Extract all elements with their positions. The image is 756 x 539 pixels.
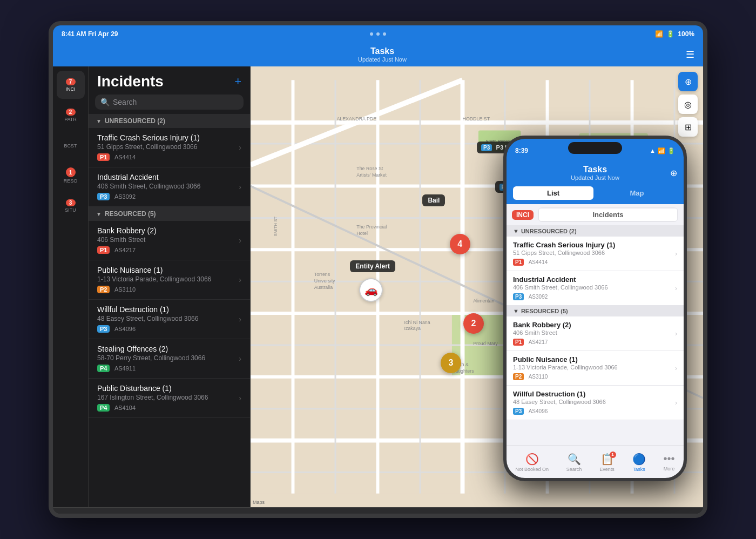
phone-incidents-tab[interactable]: Incidents bbox=[539, 208, 677, 221]
tab-tasks[interactable]: 🔵 Tasks bbox=[484, 511, 515, 518]
incident-bank-robbery[interactable]: Bank Robbery (2) 406 Smith Street P1 AS4… bbox=[89, 221, 250, 260]
phone-nav-not-booked[interactable]: 🚫 Not Booked On bbox=[515, 453, 549, 472]
incident-code: AS4096 bbox=[114, 326, 136, 332]
menu-icon[interactable]: ☰ bbox=[686, 49, 694, 60]
phone-incident-public-nuisance[interactable]: Public Nuisance (1) 1-13 Victoria Parade… bbox=[507, 351, 684, 386]
chevron-right-icon: › bbox=[239, 236, 241, 245]
svg-text:University: University bbox=[314, 278, 335, 284]
phone-incident-code: AS4096 bbox=[529, 408, 548, 414]
phone-signal-icon: ▲ bbox=[650, 147, 656, 154]
map-location-button[interactable]: ◎ bbox=[678, 95, 698, 114]
incident-willful-destruction[interactable]: Willful Destruction (1) 48 Easey Street,… bbox=[89, 300, 250, 339]
svg-text:SMITH ST: SMITH ST bbox=[273, 217, 278, 237]
phone-incident-industrial-accident[interactable]: Industrial Accident 406 Smith Street, Co… bbox=[507, 271, 684, 306]
pin-4-top[interactable]: 4 bbox=[450, 234, 470, 254]
incident-code: AS4104 bbox=[114, 405, 136, 411]
svg-text:Hotel: Hotel bbox=[356, 231, 368, 236]
phone-section-unresourced[interactable]: ▼ UNRESOURCED (2) bbox=[507, 226, 684, 237]
phone-incident-name: Traffic Crash Serious Injury (1) bbox=[513, 241, 615, 249]
phone-inci-badge[interactable]: INCI bbox=[512, 210, 534, 220]
phone-tab-map[interactable]: Map bbox=[597, 186, 677, 200]
maps-attribution: Maps bbox=[253, 500, 265, 505]
phone-incident-addr: 406 Smith Street bbox=[513, 329, 571, 336]
reso-label: RESO bbox=[64, 178, 78, 184]
sidebar-item-patr[interactable]: 2 PATR bbox=[57, 101, 85, 129]
callout-priority: P3 bbox=[481, 144, 492, 151]
phone-notch-cutout bbox=[568, 142, 622, 154]
pin-2[interactable]: 2 bbox=[463, 313, 484, 334]
phone-unresourced-label: UNRESOURCED (2) bbox=[521, 228, 577, 234]
svg-text:Alimentari: Alimentari bbox=[473, 298, 494, 304]
incident-public-nuisance[interactable]: Public Nuisance (1) 1-13 Victoria Parade… bbox=[89, 260, 250, 300]
events-badge: 1 bbox=[610, 452, 616, 458]
phone: 8:39 ▲ 📶 🔋 Tasks Updated Just Now ⊕ List… bbox=[503, 136, 687, 481]
phone-nav-more[interactable]: ••• More bbox=[664, 453, 675, 471]
phone-nav-tasks[interactable]: 🔵 Tasks bbox=[632, 453, 646, 472]
sidebar-nav: 7 INCI 2 PATR BCST 1 RESO 3 SITU bbox=[53, 66, 89, 507]
phone-resourced-label: RESOURCED (5) bbox=[521, 308, 568, 314]
phone-nav-search[interactable]: 🔍 Search bbox=[566, 453, 582, 472]
tab-p48[interactable]: 📡 P48 bbox=[100, 511, 130, 518]
incident-address: 1-13 Victoria Parade, Collingwood 3066 bbox=[97, 275, 239, 283]
incident-priority-badge: P4 bbox=[97, 365, 110, 372]
entity-alert-label: Entity Alert bbox=[355, 262, 390, 270]
incident-stealing-offences[interactable]: Stealing Offences (2) 58-70 Perry Street… bbox=[89, 339, 250, 379]
incident-traffic-crash[interactable]: Traffic Crash Serious Injury (1) 51 Gipp… bbox=[89, 128, 250, 167]
sidebar-item-situ[interactable]: 3 SITU bbox=[57, 192, 85, 220]
phone-nav-events[interactable]: 📋 1 Events bbox=[599, 453, 615, 472]
phone-inci-row: INCI Incidents bbox=[507, 204, 684, 226]
tab-activity-log[interactable]: 👤 Activity Log bbox=[611, 511, 656, 518]
events-icon: 📋 bbox=[366, 513, 377, 518]
chevron-right-icon: › bbox=[675, 285, 677, 292]
pin-3[interactable]: 3 bbox=[441, 353, 461, 373]
callout-bail[interactable]: Bail bbox=[422, 194, 445, 206]
incidents-panel: Incidents + 🔍 Search ▼ UNRESOURCED (2) T… bbox=[89, 66, 251, 507]
entity-alert-callout[interactable]: Entity Alert bbox=[350, 260, 395, 272]
incidents-title: Incidents bbox=[97, 73, 164, 90]
incident-name: Willful Destruction (1) bbox=[97, 305, 239, 314]
incident-industrial-accident[interactable]: Industrial Accident 406 Smith Street, Co… bbox=[89, 167, 250, 207]
sidebar-item-inci[interactable]: 7 INCI bbox=[57, 71, 85, 99]
chevron-right-icon: › bbox=[675, 365, 677, 372]
phone-priority-badge: P1 bbox=[513, 339, 524, 346]
tasks-icon: 🔵 bbox=[494, 513, 505, 518]
section-resourced[interactable]: ▼ RESOURCED (5) bbox=[89, 207, 250, 221]
battery-label: 100% bbox=[678, 30, 694, 38]
svg-text:Australia: Australia bbox=[314, 285, 333, 290]
search-icon: 🔍 bbox=[100, 98, 110, 106]
phone-incident-willful-destruction[interactable]: Willful Destruction (1) 48 Easey Street,… bbox=[507, 386, 684, 420]
phone-nav-label: More bbox=[664, 466, 675, 471]
map-layers-button[interactable]: ⊕ bbox=[678, 72, 698, 91]
patr-badge: 2 bbox=[66, 109, 76, 116]
vehicle-pin[interactable]: 🚗 bbox=[359, 278, 383, 302]
phone-incident-code: AS4217 bbox=[529, 339, 548, 345]
phone-nav-label: Events bbox=[599, 467, 615, 472]
chevron-right-icon: › bbox=[239, 354, 241, 363]
search-bar[interactable]: 🔍 Search bbox=[95, 95, 244, 110]
map-stack-button[interactable]: ⊞ bbox=[678, 117, 698, 137]
phone-priority-badge: P3 bbox=[513, 408, 524, 415]
chevron-down-icon: ▼ bbox=[96, 211, 102, 217]
svg-text:The Provincial: The Provincial bbox=[356, 224, 387, 230]
situ-badge: 3 bbox=[66, 199, 76, 206]
chevron-right-icon: › bbox=[239, 315, 241, 324]
phone-nav-bar: 🚫 Not Booked On 🔍 Search 📋 1 Events 🔵 Ta… bbox=[507, 446, 684, 478]
chevron-right-icon: › bbox=[239, 183, 241, 191]
section-unresourced[interactable]: ▼ UNRESOURCED (2) bbox=[89, 114, 250, 128]
phone-tab-list[interactable]: List bbox=[513, 186, 593, 200]
phone-incident-addr: 48 Easey Street, Collingwood 3066 bbox=[513, 399, 606, 405]
phone-settings-icon[interactable]: ⊕ bbox=[670, 168, 677, 178]
phone-section-resourced[interactable]: ▼ RESOURCED (5) bbox=[507, 306, 684, 316]
incident-name: Public Nuisance (1) bbox=[97, 266, 239, 274]
search-icon: 🔍 bbox=[237, 513, 248, 518]
sidebar-item-reso[interactable]: 1 RESO bbox=[57, 161, 85, 190]
phone-incident-traffic-crash[interactable]: Traffic Crash Serious Injury (1) 51 Gipp… bbox=[507, 237, 684, 271]
tab-search[interactable]: 🔍 Search bbox=[225, 511, 260, 518]
tablet-status-bar: 8:41 AM Fri Apr 29 📶 🔋 100% bbox=[53, 25, 703, 43]
sidebar-item-bcst[interactable]: BCST bbox=[57, 131, 85, 159]
add-incident-button[interactable]: + bbox=[234, 75, 241, 89]
phone-incident-bank-robbery[interactable]: Bank Robbery (2) 406 Smith Street P1 AS4… bbox=[507, 316, 684, 351]
inci-label: INCI bbox=[66, 86, 76, 92]
tab-events[interactable]: 📋 Events bbox=[355, 511, 389, 518]
incident-public-disturbance[interactable]: Public Disturbance (1) 167 Islington Str… bbox=[89, 379, 250, 418]
